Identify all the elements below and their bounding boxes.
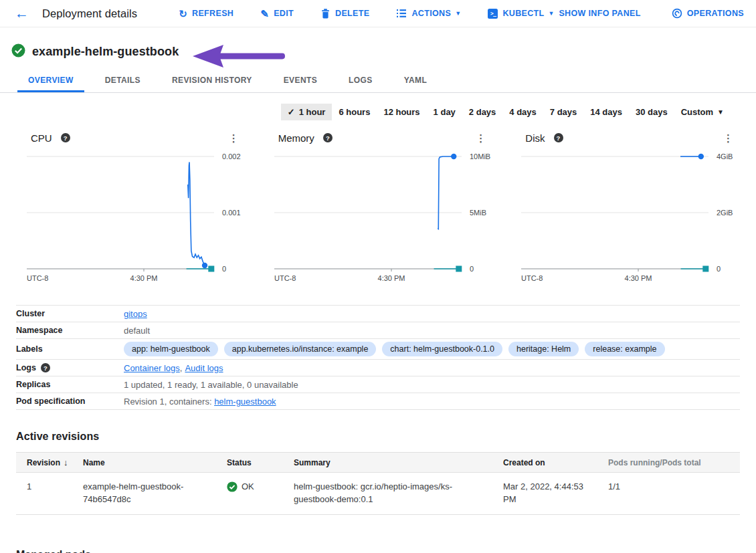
table-header-row: Revision ↓ Name Status Summary Created o… — [16, 452, 740, 473]
chevron-down-icon: ▼ — [455, 10, 461, 17]
label-chip: heritage: Helm — [508, 342, 579, 356]
time-range-14-days[interactable]: 14 days — [583, 104, 629, 120]
time-range-selector: ✓ 1 hour 6 hours 12 hours 1 day 2 days 4… — [0, 93, 756, 122]
svg-text:10MiB: 10MiB — [470, 152, 490, 160]
tab-events[interactable]: EVENTS — [273, 68, 328, 92]
time-range-1-day[interactable]: 1 day — [427, 104, 462, 120]
disk-chart-title: Disk — [525, 132, 545, 144]
created-on-cell: Mar 2, 2022, 4:44:53 PM — [503, 480, 608, 506]
time-range-12-hours[interactable]: 12 hours — [377, 104, 426, 120]
column-summary: Summary — [294, 458, 503, 467]
memory-chart-title: Memory — [278, 132, 314, 144]
deployment-details-list: Cluster gitops Namespace default Labels … — [16, 305, 740, 410]
disk-chart-card: Disk ? ⋮ 4GiB2GiB0UTC-84:30 PM — [510, 126, 740, 284]
metrics-charts: CPU ? ⋮ 0.0020.0010UTC-84:30 PM Memory ?… — [0, 122, 756, 284]
show-info-panel-button[interactable]: SHOW INFO PANEL — [559, 9, 640, 18]
toolbar: ← Deployment details ↻ REFRESH ✎ EDIT DE… — [0, 0, 756, 27]
time-range-30-days[interactable]: 30 days — [629, 104, 674, 120]
label-chip: app.kubernetes.io/instance: example — [224, 342, 377, 356]
operations-icon — [672, 8, 682, 19]
label-chip: chart: helm-guestbook-0.1.0 — [382, 342, 502, 356]
detail-row-namespace: Namespace default — [16, 322, 740, 339]
detail-key: Pod specification — [16, 397, 124, 406]
disk-chart: 4GiB2GiB0UTC-84:30 PM — [510, 150, 740, 284]
help-icon[interactable]: ? — [61, 133, 70, 142]
time-range-1-hour[interactable]: ✓ 1 hour — [281, 104, 333, 120]
trash-icon — [320, 8, 330, 19]
table-row: 1 example-helm-guestbook-74b6547d8c OK h… — [16, 473, 740, 515]
cpu-chart-title: CPU — [31, 132, 52, 144]
column-created-on: Created on — [503, 458, 608, 467]
chevron-down-icon: ▼ — [549, 10, 555, 17]
detail-row-logs: Logs ? Container logs,Audit logs — [16, 360, 740, 376]
column-pods: Pods running/Pods total — [608, 458, 740, 467]
cluster-link[interactable]: gitops — [124, 309, 147, 319]
separator: , — [180, 363, 183, 373]
time-range-4-days[interactable]: 4 days — [502, 104, 543, 120]
svg-text:4:30 PM: 4:30 PM — [377, 274, 405, 282]
more-options-icon[interactable]: ⋮ — [226, 132, 242, 144]
name-cell: example-helm-guestbook-74b6547d8c — [83, 480, 227, 506]
more-options-icon[interactable]: ⋮ — [473, 132, 488, 144]
tab-bar: OVERVIEW DETAILS REVISION HISTORY EVENTS… — [0, 68, 756, 93]
status-ok-icon — [227, 481, 238, 492]
help-icon[interactable]: ? — [554, 133, 563, 142]
help-icon[interactable]: ? — [41, 363, 50, 372]
svg-text:0.001: 0.001 — [222, 209, 241, 217]
audit-logs-link[interactable]: Audit logs — [185, 363, 223, 373]
svg-text:2GiB: 2GiB — [717, 209, 733, 217]
detail-row-labels: Labels app: helm-guestbook app.kubernete… — [16, 339, 740, 360]
terminal-icon: >_ — [488, 9, 498, 19]
tab-logs[interactable]: LOGS — [338, 68, 383, 92]
revision-cell: 1 — [16, 480, 83, 493]
toolbar-right: SHOW INFO PANEL OPERATIONS — [559, 8, 745, 19]
detail-key: Namespace — [16, 326, 124, 335]
sort-desc-icon[interactable]: ↓ — [64, 457, 68, 467]
tab-overview[interactable]: OVERVIEW — [17, 68, 84, 92]
status-text: OK — [242, 480, 254, 493]
operations-button[interactable]: OPERATIONS — [672, 8, 744, 19]
managed-pods-title: Managed pods — [16, 549, 91, 553]
time-range-7-days[interactable]: 7 days — [543, 104, 583, 120]
svg-text:0: 0 — [222, 265, 226, 273]
svg-text:UTC-8: UTC-8 — [27, 274, 48, 282]
pencil-icon: ✎ — [260, 9, 269, 19]
detail-key: Labels — [16, 344, 124, 354]
detail-key: Cluster — [16, 309, 124, 318]
back-arrow-icon[interactable]: ← — [15, 6, 29, 20]
active-revisions-title: Active revisions — [16, 431, 740, 443]
column-name: Name — [83, 458, 227, 467]
summary-cell: helm-guestbook: gcr.io/heptio-images/ks-… — [294, 480, 503, 506]
container-logs-link[interactable]: Container logs — [124, 363, 180, 373]
tab-revision-history[interactable]: REVISION HISTORY — [161, 68, 263, 92]
edit-button[interactable]: ✎ EDIT — [260, 9, 294, 19]
svg-text:5MiB: 5MiB — [470, 209, 486, 217]
delete-button[interactable]: DELETE — [320, 8, 369, 19]
replicas-value: 1 updated, 1 ready, 1 available, 0 unava… — [124, 380, 298, 390]
namespace-value: default — [124, 326, 150, 336]
active-revisions-table: Revision ↓ Name Status Summary Created o… — [16, 452, 740, 515]
page-title: Deployment details — [42, 7, 137, 20]
column-revision[interactable]: Revision — [27, 458, 60, 467]
tab-details[interactable]: DETAILS — [94, 68, 151, 92]
memory-chart-card: Memory ? ⋮ 10MiB5MiB0UTC-84:30 PM — [264, 126, 493, 284]
tab-yaml[interactable]: YAML — [393, 68, 438, 92]
actions-menu-button[interactable]: ACTIONS ▼ — [396, 9, 461, 18]
cpu-chart-card: CPU ? ⋮ 0.0020.0010UTC-84:30 PM — [16, 126, 246, 284]
detail-row-replicas: Replicas 1 updated, 1 ready, 1 available… — [16, 376, 740, 393]
refresh-button[interactable]: ↻ REFRESH — [179, 9, 233, 19]
time-range-2-days[interactable]: 2 days — [462, 104, 502, 120]
svg-text:4:30 PM: 4:30 PM — [130, 274, 158, 282]
container-link[interactable]: helm-guestbook — [214, 397, 276, 407]
toolbar-actions: ↻ REFRESH ✎ EDIT DELETE ACTIONS ▼ >_ KUB… — [179, 8, 555, 19]
status-cell: OK — [227, 480, 294, 493]
cpu-chart: 0.0020.0010UTC-84:30 PM — [16, 150, 246, 284]
help-icon[interactable]: ? — [323, 133, 333, 142]
time-range-6-hours[interactable]: 6 hours — [332, 104, 377, 120]
refresh-icon: ↻ — [179, 9, 187, 19]
pods-cell: 1/1 — [608, 480, 740, 493]
more-options-icon[interactable]: ⋮ — [721, 132, 736, 144]
kubectl-menu-button[interactable]: >_ KUBECTL ▼ — [488, 9, 554, 19]
detail-row-pod-specification: Pod specification Revision 1, containers… — [16, 393, 740, 410]
time-range-custom[interactable]: Custom ▼ — [674, 104, 731, 120]
